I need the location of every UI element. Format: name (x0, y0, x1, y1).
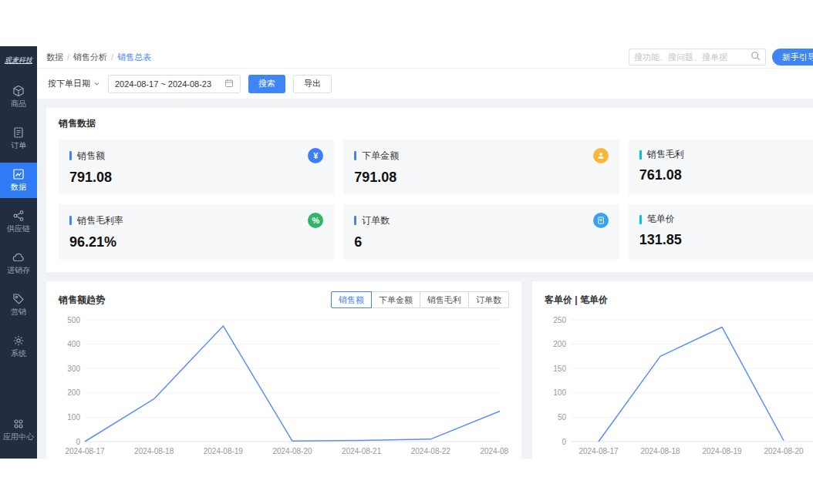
stat-tile-grid: 销售额 ¥ 791.08 下单金额 791.08 (59, 139, 813, 260)
accent-bar (639, 150, 642, 160)
newbie-guide-button[interactable]: 新手引导 (772, 49, 813, 66)
svg-text:200: 200 (553, 340, 566, 348)
goods-icon (0, 85, 37, 97)
tab-order-count[interactable]: 订单数 (468, 291, 509, 308)
svg-text:2024-08-21: 2024-08-21 (342, 447, 382, 455)
calendar-icon (224, 79, 234, 89)
stat-value: 791.08 (354, 170, 608, 186)
svg-text:250: 250 (553, 316, 566, 324)
user-badge-icon (593, 148, 609, 163)
svg-text:0: 0 (562, 438, 566, 446)
accent-bar (354, 216, 356, 225)
breadcrumb-separator: / (111, 52, 113, 62)
sidebar-item-label: 数据 (11, 183, 26, 191)
chart-title: 客单价 | 笔单价 (545, 294, 608, 307)
stat-tile-order-count: 订单数 6 (343, 204, 619, 260)
sidebar-item-inventory[interactable]: 进销存 (0, 246, 37, 281)
chart-title: 销售额趋势 (59, 294, 105, 307)
system-icon (0, 334, 37, 347)
breadcrumb-item-current: 销售总表 (117, 52, 151, 63)
sidebar-item-label: 营销 (11, 307, 26, 316)
tab-order-amount[interactable]: 下单金额 (371, 291, 420, 308)
breadcrumb: 数据 / 销售分析 / 销售总表 (46, 52, 151, 63)
inventory-icon (0, 251, 37, 264)
price-chart: 0501001502002502024-08-172024-08-182024-… (545, 312, 813, 459)
search-icon[interactable] (751, 50, 761, 64)
yuan-badge-icon: ¥ (308, 148, 323, 163)
sidebar-item-app-center[interactable]: 应用中心 (0, 412, 37, 448)
screenshot-viewport: 观麦科技 商品 订单 数据 供应链 进销存 (0, 0, 813, 504)
date-range-value: 2024-08-17 ~ 2024-08-23 (115, 79, 211, 89)
data-icon (0, 168, 37, 180)
svg-text:2024-08-22: 2024-08-22 (411, 447, 451, 455)
export-button[interactable]: 导出 (293, 75, 332, 93)
sidebar-item-goods[interactable]: 商品 (0, 79, 37, 115)
accent-bar (69, 151, 72, 160)
orders-icon (0, 126, 37, 139)
order-badge-icon (593, 213, 609, 228)
stat-value: 791.08 (69, 170, 323, 186)
breadcrumb-separator: / (67, 52, 69, 62)
stat-label: 订单数 (362, 214, 592, 227)
stat-value: 96.21% (69, 234, 323, 250)
svg-text:50: 50 (558, 413, 567, 422)
accent-bar (69, 216, 72, 225)
svg-text:500: 500 (67, 316, 80, 324)
sidebar-item-orders[interactable]: 订单 (0, 121, 37, 156)
stat-label: 销售毛利率 (77, 214, 308, 227)
sidebar-item-system[interactable]: 系统 (0, 329, 37, 365)
price-per-order-card: 客单价 | 笔单价 0501001502002502024-08-172024-… (532, 281, 813, 459)
tab-sales-amount[interactable]: 销售额 (331, 291, 372, 308)
brand-logo[interactable]: 观麦科技 (3, 46, 34, 73)
breadcrumb-item-data[interactable]: 数据 (46, 52, 63, 63)
sidebar: 观麦科技 商品 订单 数据 供应链 进销存 (0, 46, 37, 459)
content: 销售数据 销售额 ¥ 791.08 (37, 99, 813, 459)
sidebar-item-marketing[interactable]: 营销 (0, 287, 37, 323)
stat-tile-gross-profit: 销售毛利 761.08 (629, 139, 813, 195)
sidebar-item-supply-chain[interactable]: 供应链 (0, 204, 37, 240)
stat-value: 761.08 (639, 167, 813, 183)
breadcrumb-item-sales-analysis[interactable]: 销售分析 (73, 52, 107, 63)
svg-text:2024-08-18: 2024-08-18 (640, 447, 680, 455)
sidebar-item-label: 商品 (11, 99, 26, 108)
apps-icon (0, 418, 37, 430)
svg-text:2024-08-17: 2024-08-17 (65, 447, 105, 455)
metric-tab-group: 销售额 下单金额 销售毛利 订单数 (331, 291, 509, 308)
stat-tile-avg-order-value: 笔单价 131.85 (629, 204, 813, 260)
stat-label: 销售额 (77, 150, 308, 163)
svg-text:200: 200 (67, 388, 80, 397)
sales-trend-chart: 01002003004005002024-08-172024-08-182024… (59, 312, 509, 459)
svg-text:2024-08-19: 2024-08-19 (204, 447, 244, 455)
accent-bar (354, 151, 356, 160)
charts-row: 销售额趋势 销售额 下单金额 销售毛利 订单数 0100200300400500… (46, 281, 813, 459)
date-type-label: 按下单日期 (48, 78, 90, 89)
main-area: 数据 / 销售分析 / 销售总表 新手引导 按下单日期 (37, 46, 813, 459)
stat-value: 6 (354, 234, 608, 250)
svg-text:2024-08-20: 2024-08-20 (764, 447, 804, 455)
sidebar-item-label: 供应链 (7, 224, 30, 233)
stat-label: 下单金额 (362, 150, 592, 163)
topbar: 数据 / 销售分析 / 销售总表 新手引导 (37, 46, 813, 68)
percent-badge-icon: % (308, 213, 323, 228)
search-button[interactable]: 搜索 (248, 75, 285, 93)
date-range-picker[interactable]: 2024-08-17 ~ 2024-08-23 (108, 75, 241, 93)
marketing-icon (0, 293, 37, 305)
stat-value: 131.85 (639, 232, 813, 248)
filterbar: 按下单日期 2024-08-17 ~ 2024-08-23 搜索 导出 (37, 68, 813, 99)
date-type-select[interactable]: 按下单日期 (48, 78, 100, 89)
sales-data-panel: 销售数据 销售额 ¥ 791.08 (46, 108, 813, 272)
topbar-right: 新手引导 (629, 49, 813, 66)
svg-text:2024-08-17: 2024-08-17 (579, 447, 619, 455)
sidebar-item-label: 订单 (11, 141, 26, 150)
sidebar-item-label: 系统 (11, 349, 26, 358)
stat-label: 笔单价 (647, 213, 813, 226)
sidebar-item-label: 应用中心 (3, 432, 34, 441)
chevron-down-icon (93, 79, 100, 89)
svg-text:2024-08-18: 2024-08-18 (134, 447, 174, 455)
tab-gross-profit[interactable]: 销售毛利 (420, 291, 469, 308)
svg-text:0: 0 (76, 438, 80, 446)
sidebar-item-data[interactable]: 数据 (0, 163, 37, 198)
app-window: 观麦科技 商品 订单 数据 供应链 进销存 (0, 46, 813, 459)
search-input[interactable] (634, 52, 751, 62)
svg-text:150: 150 (553, 365, 566, 373)
